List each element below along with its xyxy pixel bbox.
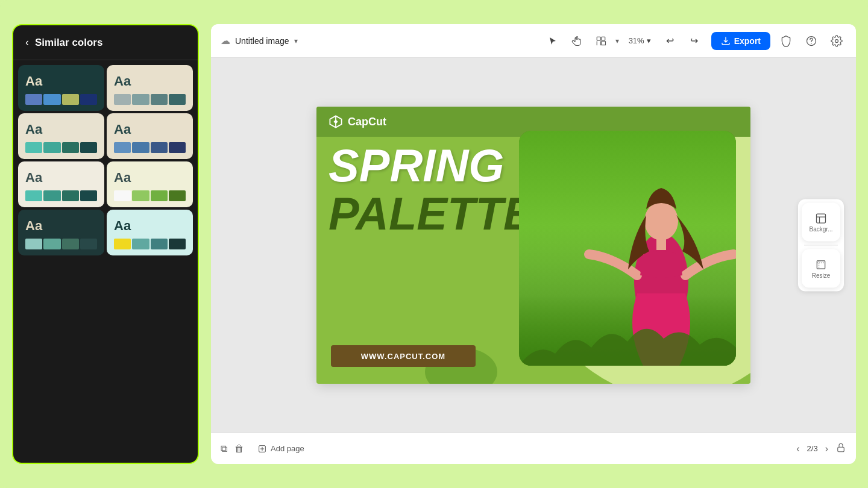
aa-label-5: Aa	[25, 170, 97, 186]
panel-divider	[804, 245, 838, 246]
color-card-2[interactable]: Aa	[107, 65, 193, 111]
svg-point-7	[644, 202, 678, 240]
swatch	[25, 94, 42, 105]
resize-label: Resize	[812, 272, 831, 278]
swatch	[80, 239, 97, 249]
swatch	[43, 142, 60, 153]
canvas-content: CapCut SPRING PALETTE WWW.CAPCUT.COM	[316, 107, 750, 384]
background-panel-button[interactable]: Backgr...	[802, 203, 840, 242]
swatch	[25, 142, 42, 153]
shield-icon-btn[interactable]	[776, 31, 796, 51]
swatches-3	[25, 142, 97, 153]
color-card-4[interactable]: Aa	[107, 113, 193, 159]
swatch	[80, 94, 97, 105]
swatch	[62, 94, 79, 105]
resize-icon	[815, 258, 827, 271]
aa-label-7: Aa	[25, 218, 97, 234]
swatch	[62, 190, 79, 201]
swatch	[169, 142, 186, 153]
similar-colors-panel: ‹ Similar colors Aa Aa	[12, 24, 199, 464]
zoom-control[interactable]: 31% ▾	[624, 34, 656, 48]
layout-dropdown[interactable]: ▾	[615, 37, 619, 45]
color-card-7[interactable]: Aa	[18, 210, 104, 255]
url-text: WWW.CAPCUT.COM	[361, 352, 445, 361]
swatch	[80, 190, 97, 201]
canvas-area[interactable]: CapCut SPRING PALETTE WWW.CAPCUT.COM	[211, 58, 856, 433]
swatch	[132, 94, 149, 105]
layout-tool-button[interactable]	[591, 31, 611, 51]
swatch	[151, 190, 168, 201]
add-page-button[interactable]: Add page	[251, 440, 310, 457]
swatch	[151, 94, 168, 105]
toolbar-left: ☁ Untitled image ▾	[221, 35, 536, 46]
bottom-toolbar-left: ⧉ 🗑 Add page	[221, 440, 310, 457]
swatch	[151, 239, 168, 249]
foliage-overlay	[519, 318, 736, 366]
color-card-1[interactable]: Aa	[18, 65, 104, 111]
bottom-toolbar-right: ‹ 2/3 ›	[794, 441, 846, 457]
aa-label-2: Aa	[114, 74, 186, 89]
aa-label-3: Aa	[25, 122, 97, 137]
prev-page-button[interactable]: ‹	[794, 441, 802, 457]
svg-rect-10	[817, 260, 825, 268]
settings-icon-btn[interactable]	[827, 31, 846, 51]
svg-rect-8	[656, 238, 666, 250]
palette-text: PALETTE	[329, 191, 534, 237]
file-dropdown-arrow[interactable]: ▾	[294, 37, 298, 45]
app-container: ‹ Similar colors Aa Aa	[0, 0, 868, 488]
swatch	[114, 94, 131, 105]
swatch	[62, 142, 79, 153]
shield-icon	[780, 35, 792, 47]
swatch	[25, 190, 42, 201]
undo-button[interactable]: ↩	[661, 31, 680, 51]
delete-page-icon[interactable]: 🗑	[234, 443, 244, 454]
resize-panel-button[interactable]: Resize	[802, 249, 840, 288]
svg-point-4	[835, 39, 838, 42]
swatch	[80, 142, 97, 153]
spring-text: SPRING	[329, 143, 534, 189]
url-bar: WWW.CAPCUT.COM	[331, 345, 476, 367]
swatch	[43, 190, 60, 201]
capcut-logo-canvas	[329, 114, 343, 129]
swatches-1	[25, 94, 97, 105]
aa-label-8: Aa	[114, 218, 186, 234]
cloud-icon: ☁	[221, 35, 230, 46]
swatch	[43, 94, 60, 105]
hand-tool-button[interactable]	[567, 31, 587, 51]
file-name[interactable]: Untitled image	[235, 36, 289, 46]
color-card-6[interactable]: Aa	[107, 161, 193, 207]
color-card-5[interactable]: Aa	[18, 161, 104, 207]
swatch	[151, 142, 168, 153]
next-page-button[interactable]: ›	[823, 441, 831, 457]
swatches-7	[25, 239, 97, 249]
swatch	[132, 142, 149, 153]
color-grid: Aa Aa Aa	[13, 60, 198, 260]
swatch	[25, 239, 42, 249]
settings-icon	[831, 35, 843, 47]
svg-point-3	[811, 43, 811, 43]
bottom-toolbar: ⧉ 🗑 Add page ‹ 2/3 ›	[211, 433, 856, 464]
help-icon-btn[interactable]	[802, 31, 821, 51]
background-label: Backgr...	[810, 225, 833, 232]
aa-label-6: Aa	[114, 170, 186, 186]
layout-icon	[596, 36, 606, 46]
cursor-tool-button[interactable]	[543, 31, 562, 51]
toolbar-center: ▾ 31% ▾ ↩ ↪	[543, 31, 704, 51]
toolbar-right: Export	[711, 31, 846, 51]
lock-icon[interactable]	[835, 442, 846, 455]
export-button[interactable]: Export	[711, 32, 770, 50]
color-card-8[interactable]: Aa	[107, 210, 193, 255]
design-canvas[interactable]: CapCut SPRING PALETTE WWW.CAPCUT.COM	[316, 107, 750, 384]
export-label: Export	[734, 36, 761, 46]
capcut-brand-text: CapCut	[348, 116, 386, 128]
swatches-2	[114, 94, 186, 105]
color-card-3[interactable]: Aa	[18, 113, 104, 159]
back-button[interactable]: ‹	[25, 36, 29, 49]
swatch	[62, 239, 79, 249]
svg-rect-0	[597, 37, 600, 40]
add-page-label: Add page	[271, 444, 304, 453]
redo-button[interactable]: ↪	[685, 31, 704, 51]
swatches-5	[25, 190, 97, 201]
copy-page-icon[interactable]: ⧉	[221, 443, 227, 454]
photo-inner	[519, 131, 736, 366]
